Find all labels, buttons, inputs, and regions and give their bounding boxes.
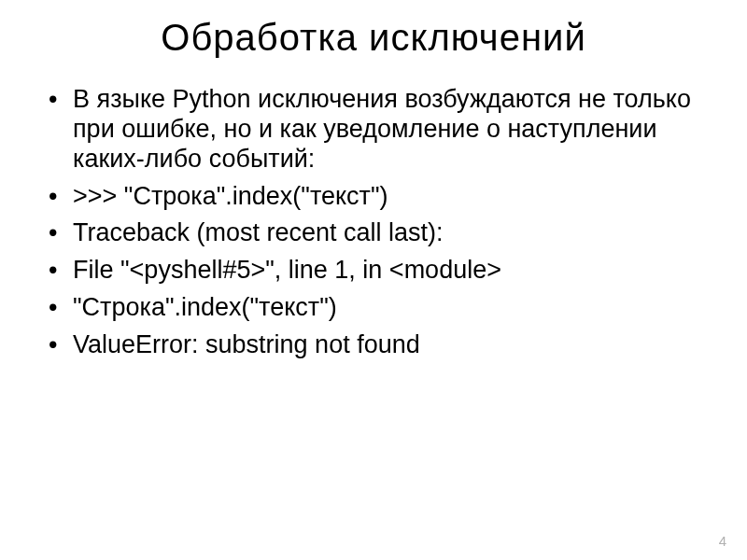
list-item: "Строка".index("текст") [47,293,700,323]
list-item: ValueError: substring not found [47,330,700,360]
slide-title: Обработка исключений [47,17,700,59]
list-item: Traceback (most recent call last): [47,218,700,248]
slide: Обработка исключений В языке Python искл… [0,0,747,560]
list-item: В языке Python исключения возбуждаются н… [47,85,700,175]
page-number: 4 [719,533,726,549]
list-item: File "<pyshell#5>", line 1, in <module> [47,256,700,286]
list-item: >>> "Строка".index("текст") [47,182,700,212]
bullet-list: В языке Python исключения возбуждаются н… [47,85,700,360]
